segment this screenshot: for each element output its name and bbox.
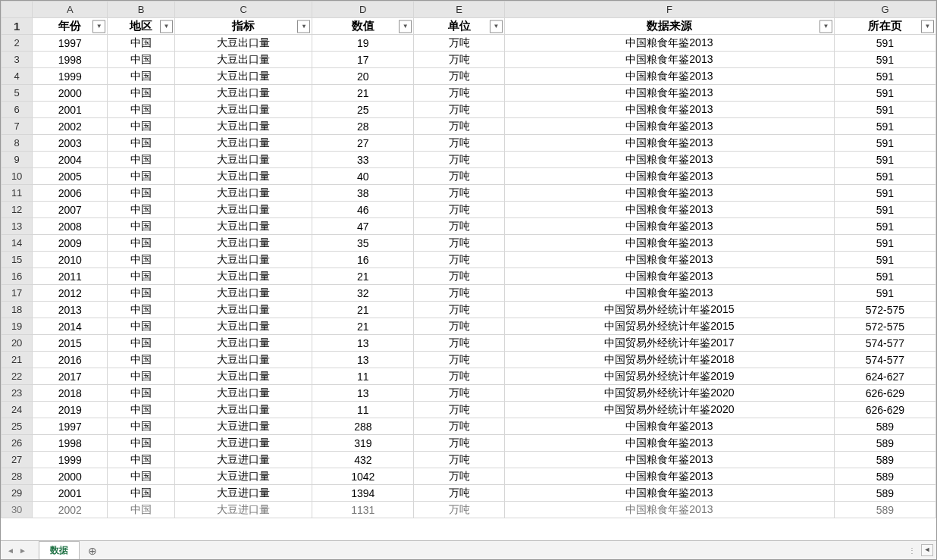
cell-G[interactable]: 591: [834, 168, 935, 185]
row-header[interactable]: 17: [2, 285, 33, 302]
cell-G[interactable]: 624-627: [834, 368, 935, 385]
cell-D[interactable]: 17: [312, 52, 414, 68]
cell-F[interactable]: 中国粮食年鉴2013: [504, 85, 834, 102]
cell-C[interactable]: 大豆进口量: [174, 485, 312, 502]
cell-A[interactable]: 2012: [33, 285, 108, 302]
cell-E[interactable]: 万吨: [414, 502, 505, 518]
cell-E[interactable]: 万吨: [414, 118, 505, 135]
col-header-F[interactable]: F: [504, 2, 834, 18]
cell-B[interactable]: 中国: [108, 235, 175, 252]
cell-F[interactable]: 中国贸易外经统计年鉴2020: [504, 385, 834, 402]
cell-E[interactable]: 万吨: [414, 285, 505, 302]
col-header-C[interactable]: C: [174, 2, 312, 18]
cell-B[interactable]: 中国: [108, 202, 175, 218]
filter-button-G[interactable]: ▼: [921, 20, 934, 33]
scroll-left-button[interactable]: ◄: [921, 544, 933, 556]
cell-D[interactable]: 21: [312, 268, 414, 285]
cell-E[interactable]: 万吨: [414, 402, 505, 418]
cell-A[interactable]: 2014: [33, 318, 108, 335]
cell-A[interactable]: 2011: [33, 268, 108, 285]
cell-B[interactable]: 中国: [108, 252, 175, 268]
cell-F[interactable]: 中国粮食年鉴2013: [504, 118, 834, 135]
cell-B[interactable]: 中国: [108, 85, 175, 102]
field-header-C[interactable]: 指标▾: [174, 18, 312, 35]
cell-B[interactable]: 中国: [108, 268, 175, 285]
row-header[interactable]: 5: [2, 85, 33, 102]
row-header[interactable]: 11: [2, 185, 33, 202]
cell-A[interactable]: 2018: [33, 385, 108, 402]
cell-C[interactable]: 大豆出口量: [174, 235, 312, 252]
cell-D[interactable]: 288: [312, 418, 414, 435]
cell-E[interactable]: 万吨: [414, 335, 505, 352]
cell-C[interactable]: 大豆进口量: [174, 502, 312, 518]
col-header-D[interactable]: D: [312, 2, 414, 18]
row-header[interactable]: 14: [2, 235, 33, 252]
cell-E[interactable]: 万吨: [414, 135, 505, 152]
row-header[interactable]: 27: [2, 452, 33, 468]
select-all-corner[interactable]: [2, 2, 33, 18]
row-header[interactable]: 12: [2, 202, 33, 218]
row-header[interactable]: 26: [2, 435, 33, 452]
field-header-B[interactable]: 地区▼: [108, 18, 175, 35]
row-header[interactable]: 7: [2, 118, 33, 135]
cell-E[interactable]: 万吨: [414, 235, 505, 252]
cell-C[interactable]: 大豆出口量: [174, 135, 312, 152]
cell-D[interactable]: 38: [312, 185, 414, 202]
tab-nav-next[interactable]: ►: [17, 546, 28, 555]
cell-E[interactable]: 万吨: [414, 435, 505, 452]
cell-F[interactable]: 中国粮食年鉴2013: [504, 485, 834, 502]
cell-A[interactable]: 1999: [33, 68, 108, 85]
cell-F[interactable]: 中国贸易外经统计年鉴2017: [504, 335, 834, 352]
cell-E[interactable]: 万吨: [414, 85, 505, 102]
cell-B[interactable]: 中国: [108, 218, 175, 235]
cell-G[interactable]: 591: [834, 52, 935, 68]
cell-F[interactable]: 中国贸易外经统计年鉴2015: [504, 302, 834, 318]
cell-C[interactable]: 大豆进口量: [174, 418, 312, 435]
cell-C[interactable]: 大豆出口量: [174, 118, 312, 135]
cell-G[interactable]: 591: [834, 118, 935, 135]
cell-E[interactable]: 万吨: [414, 418, 505, 435]
cell-A[interactable]: 2016: [33, 352, 108, 368]
cell-A[interactable]: 2019: [33, 402, 108, 418]
cell-C[interactable]: 大豆出口量: [174, 185, 312, 202]
row-header[interactable]: 19: [2, 318, 33, 335]
cell-A[interactable]: 2008: [33, 218, 108, 235]
cell-F[interactable]: 中国贸易外经统计年鉴2020: [504, 402, 834, 418]
cell-F[interactable]: 中国贸易外经统计年鉴2019: [504, 368, 834, 385]
cell-B[interactable]: 中国: [108, 152, 175, 168]
cell-A[interactable]: 2000: [33, 468, 108, 485]
cell-A[interactable]: 2000: [33, 85, 108, 102]
cell-D[interactable]: 35: [312, 235, 414, 252]
filter-button-B[interactable]: ▼: [160, 20, 173, 33]
cell-C[interactable]: 大豆出口量: [174, 85, 312, 102]
cell-A[interactable]: 1997: [33, 35, 108, 52]
row-header[interactable]: 30: [2, 502, 33, 518]
add-sheet-button[interactable]: ⊕: [84, 543, 101, 559]
cell-E[interactable]: 万吨: [414, 485, 505, 502]
cell-A[interactable]: 1998: [33, 52, 108, 68]
row-header[interactable]: 23: [2, 385, 33, 402]
cell-D[interactable]: 319: [312, 435, 414, 452]
cell-D[interactable]: 21: [312, 318, 414, 335]
cell-F[interactable]: 中国粮食年鉴2013: [504, 168, 834, 185]
col-header-E[interactable]: E: [414, 2, 505, 18]
row-header-1[interactable]: 1: [2, 18, 33, 35]
row-header[interactable]: 9: [2, 152, 33, 168]
cell-E[interactable]: 万吨: [414, 185, 505, 202]
cell-G[interactable]: 591: [834, 68, 935, 85]
cell-F[interactable]: 中国粮食年鉴2013: [504, 235, 834, 252]
cell-C[interactable]: 大豆出口量: [174, 352, 312, 368]
row-header[interactable]: 3: [2, 52, 33, 68]
cell-C[interactable]: 大豆出口量: [174, 285, 312, 302]
cell-B[interactable]: 中国: [108, 352, 175, 368]
cell-E[interactable]: 万吨: [414, 52, 505, 68]
cell-D[interactable]: 40: [312, 168, 414, 185]
cell-G[interactable]: 574-577: [834, 352, 935, 368]
row-header[interactable]: 22: [2, 368, 33, 385]
cell-B[interactable]: 中国: [108, 168, 175, 185]
cell-C[interactable]: 大豆进口量: [174, 452, 312, 468]
cell-D[interactable]: 46: [312, 202, 414, 218]
cell-A[interactable]: 2017: [33, 368, 108, 385]
cell-D[interactable]: 16: [312, 252, 414, 268]
cell-E[interactable]: 万吨: [414, 368, 505, 385]
